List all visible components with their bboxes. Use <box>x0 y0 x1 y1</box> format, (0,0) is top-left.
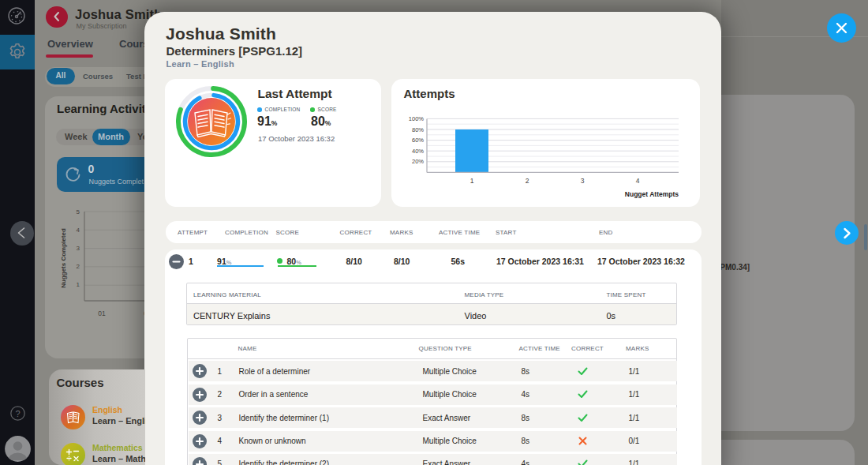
svg-text:01: 01 <box>98 309 106 317</box>
svg-text:4: 4 <box>635 177 639 185</box>
svg-text:40%: 40% <box>411 147 423 154</box>
svg-text:1: 1 <box>77 281 80 288</box>
svg-text:2: 2 <box>77 263 80 270</box>
svg-text:20%: 20% <box>411 158 423 165</box>
svg-text:100%: 100% <box>408 115 424 122</box>
svg-text:3: 3 <box>77 245 80 252</box>
svg-text:60%: 60% <box>411 137 423 144</box>
svg-text:Nugget Attempts: Nugget Attempts <box>624 190 678 198</box>
svg-text:1: 1 <box>470 177 473 185</box>
svg-text:80%: 80% <box>411 126 423 133</box>
svg-text:Nuggets Completed: Nuggets Completed <box>60 228 67 288</box>
svg-text:2: 2 <box>525 177 529 185</box>
svg-text:5: 5 <box>77 208 80 216</box>
svg-text:?: ? <box>15 409 20 418</box>
svg-text:3: 3 <box>580 177 584 185</box>
svg-text:4: 4 <box>77 227 80 234</box>
